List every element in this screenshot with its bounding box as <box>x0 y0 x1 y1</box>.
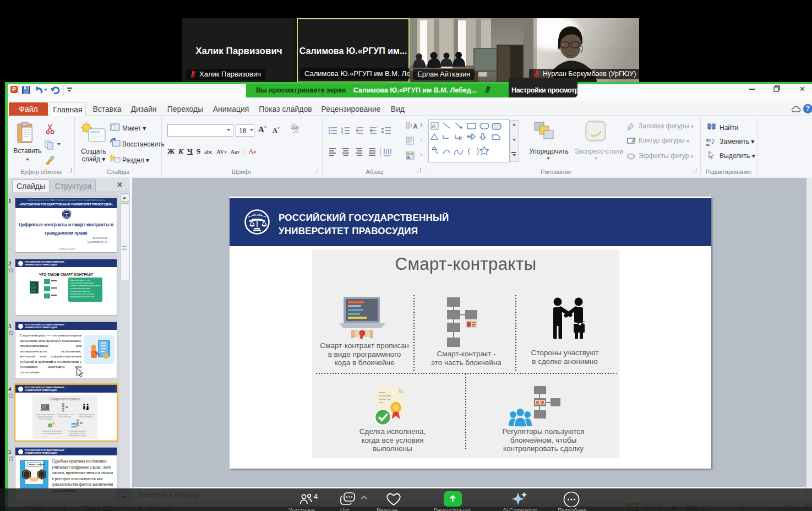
svg-text:Аа: Аа <box>292 126 297 129</box>
svg-text:A: A <box>432 123 435 129</box>
svg-text:А: А <box>413 123 417 129</box>
svg-text:Smart Contract: Smart Contract <box>29 463 45 466</box>
svg-text:ac: ac <box>706 142 710 146</box>
svg-text:РГУП: РГУП <box>253 213 261 216</box>
svg-text:3: 3 <box>341 132 343 135</box>
